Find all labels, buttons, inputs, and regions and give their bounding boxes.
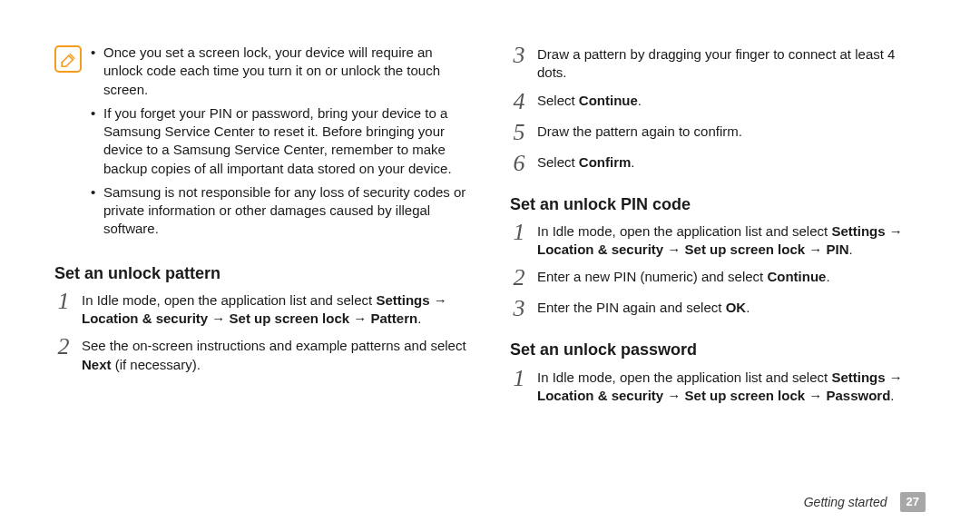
step: 1 In Idle mode, open the application lis…	[510, 369, 926, 406]
step-number: 1	[54, 290, 73, 313]
column-right: 3 Draw a pattern by dragging your finger…	[510, 44, 926, 414]
heading-set-unlock-pattern: Set an unlock pattern	[54, 262, 470, 284]
step-number: 1	[510, 221, 528, 244]
step-number: 5	[510, 121, 528, 144]
page-columns: Once you set a screen lock, your device …	[54, 44, 926, 414]
heading-set-unlock-password: Set an unlock password	[510, 339, 926, 360]
step-text: In Idle mode, open the application list …	[537, 222, 926, 260]
page-footer: Getting started 27	[804, 492, 926, 512]
note-bullets: Once you set a screen lock, your device …	[91, 44, 470, 244]
step-text: Select Continue.	[537, 92, 926, 110]
note-bullet: Samsung is not responsible for any loss …	[91, 183, 470, 239]
step-text: Draw a pattern by dragging your finger t…	[537, 45, 926, 83]
step-text: Enter the PIN again and select OK.	[537, 299, 926, 317]
step: 6 Select Confirm.	[510, 153, 926, 175]
step-number: 4	[510, 90, 528, 113]
step-number: 6	[510, 152, 528, 175]
step-number: 2	[54, 335, 73, 359]
step: 4 Select Continue.	[510, 92, 926, 113]
step-number: 3	[510, 297, 528, 320]
step-text: In Idle mode, open the application list …	[82, 291, 470, 329]
step-text: See the on-screen instructions and examp…	[82, 337, 470, 374]
step: 2 See the on-screen instructions and exa…	[54, 337, 470, 374]
steps-pin: 1 In Idle mode, open the application lis…	[510, 222, 926, 321]
heading-set-unlock-pin: Set an unlock PIN code	[510, 193, 926, 215]
step-text: Select Confirm.	[537, 153, 926, 172]
step: 2 Enter a new PIN (numeric) and select C…	[510, 268, 926, 290]
column-left: Once you set a screen lock, your device …	[54, 44, 470, 414]
step: 5 Draw the pattern again to confirm.	[510, 123, 926, 144]
step: 3 Draw a pattern by dragging your finger…	[510, 45, 926, 83]
step-text: In Idle mode, open the application list …	[537, 369, 926, 406]
step-number: 1	[510, 367, 528, 390]
page-number: 27	[900, 492, 926, 512]
step-text: Enter a new PIN (numeric) and select Con…	[537, 268, 926, 286]
note-icon	[54, 45, 82, 73]
step-number: 3	[510, 44, 528, 67]
step: 1 In Idle mode, open the application lis…	[510, 222, 926, 260]
step: 1 In Idle mode, open the application lis…	[54, 291, 470, 329]
note-bullet: Once you set a screen lock, your device …	[91, 44, 470, 99]
note-bullet: If you forget your PIN or password, brin…	[91, 104, 470, 178]
steps-password: 1 In Idle mode, open the application lis…	[510, 369, 926, 406]
step: 3 Enter the PIN again and select OK.	[510, 299, 926, 320]
steps-pattern: 1 In Idle mode, open the application lis…	[54, 291, 470, 374]
steps-pattern-continued: 3 Draw a pattern by dragging your finger…	[510, 45, 926, 175]
step-number: 2	[510, 266, 528, 290]
footer-section-label: Getting started	[804, 494, 887, 511]
info-note: Once you set a screen lock, your device …	[54, 44, 470, 244]
step-text: Draw the pattern again to confirm.	[537, 123, 926, 141]
